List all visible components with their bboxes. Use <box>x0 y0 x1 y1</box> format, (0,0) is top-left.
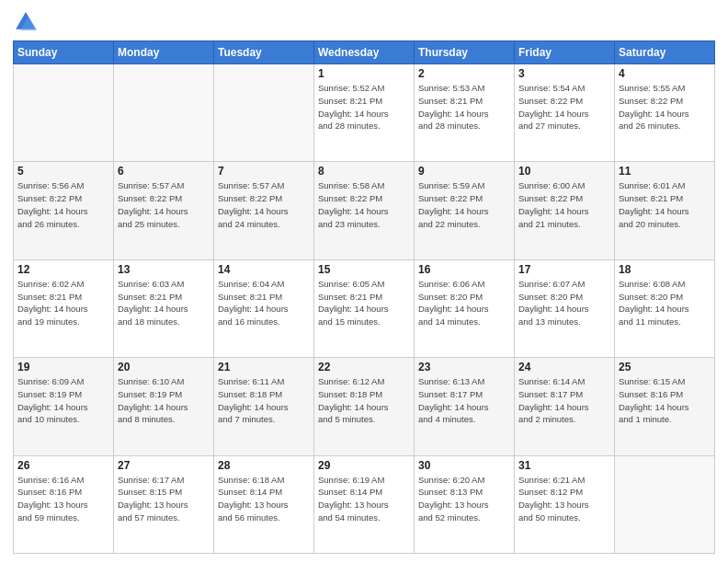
day-number: 25 <box>619 361 711 373</box>
day-number: 28 <box>218 459 310 472</box>
page: SundayMondayTuesdayWednesdayThursdayFrid… <box>0 0 728 563</box>
header <box>13 9 715 35</box>
day-number: 8 <box>318 165 410 178</box>
calendar-table: SundayMondayTuesdayWednesdayThursdayFrid… <box>13 40 715 554</box>
calendar-cell: 21Sunrise: 6:11 AM Sunset: 8:18 PM Dayli… <box>214 358 314 455</box>
day-info: Sunrise: 5:55 AM Sunset: 8:22 PM Dayligh… <box>619 82 711 132</box>
day-info: Sunrise: 6:00 AM Sunset: 8:22 PM Dayligh… <box>518 179 610 230</box>
calendar-cell: 24Sunrise: 6:14 AM Sunset: 8:17 PM Dayli… <box>515 358 615 455</box>
calendar-day-header: Monday <box>114 41 214 64</box>
day-number: 23 <box>418 361 510 373</box>
calendar-cell <box>14 64 114 162</box>
calendar-day-header: Sunday <box>14 41 114 64</box>
day-number: 19 <box>17 361 109 373</box>
day-info: Sunrise: 6:17 AM Sunset: 8:15 PM Dayligh… <box>118 474 210 524</box>
day-number: 30 <box>418 459 510 472</box>
calendar-cell: 5Sunrise: 5:56 AM Sunset: 8:22 PM Daylig… <box>14 162 114 259</box>
calendar-cell: 29Sunrise: 6:19 AM Sunset: 8:14 PM Dayli… <box>314 455 415 553</box>
calendar-cell: 26Sunrise: 6:16 AM Sunset: 8:16 PM Dayli… <box>14 455 114 553</box>
day-number: 18 <box>619 263 711 276</box>
logo <box>13 9 42 35</box>
calendar-cell: 11Sunrise: 6:01 AM Sunset: 8:21 PM Dayli… <box>615 162 715 259</box>
day-number: 20 <box>118 361 210 373</box>
day-info: Sunrise: 6:16 AM Sunset: 8:16 PM Dayligh… <box>17 474 109 524</box>
day-info: Sunrise: 6:20 AM Sunset: 8:13 PM Dayligh… <box>418 474 510 524</box>
day-info: Sunrise: 6:15 AM Sunset: 8:16 PM Dayligh… <box>619 375 711 426</box>
day-info: Sunrise: 6:02 AM Sunset: 8:21 PM Dayligh… <box>17 278 109 328</box>
calendar-cell: 3Sunrise: 5:54 AM Sunset: 8:22 PM Daylig… <box>515 64 615 162</box>
calendar-cell: 30Sunrise: 6:20 AM Sunset: 8:13 PM Dayli… <box>415 455 515 553</box>
calendar-cell: 9Sunrise: 5:59 AM Sunset: 8:22 PM Daylig… <box>415 162 515 259</box>
day-number: 1 <box>318 67 410 80</box>
calendar-cell: 27Sunrise: 6:17 AM Sunset: 8:15 PM Dayli… <box>114 455 214 553</box>
calendar-cell: 28Sunrise: 6:18 AM Sunset: 8:14 PM Dayli… <box>214 455 314 553</box>
calendar-cell: 14Sunrise: 6:04 AM Sunset: 8:21 PM Dayli… <box>214 259 314 357</box>
calendar-cell: 22Sunrise: 6:12 AM Sunset: 8:18 PM Dayli… <box>314 358 415 455</box>
day-info: Sunrise: 6:03 AM Sunset: 8:21 PM Dayligh… <box>118 278 210 328</box>
day-info: Sunrise: 5:53 AM Sunset: 8:21 PM Dayligh… <box>418 82 510 132</box>
day-number: 17 <box>518 263 610 276</box>
calendar-cell: 12Sunrise: 6:02 AM Sunset: 8:21 PM Dayli… <box>14 259 114 357</box>
day-info: Sunrise: 6:13 AM Sunset: 8:17 PM Dayligh… <box>418 375 510 426</box>
calendar-cell: 17Sunrise: 6:07 AM Sunset: 8:20 PM Dayli… <box>515 259 615 357</box>
day-number: 13 <box>118 263 210 276</box>
day-info: Sunrise: 6:14 AM Sunset: 8:17 PM Dayligh… <box>518 375 610 426</box>
calendar-cell <box>114 64 214 162</box>
calendar-cell: 7Sunrise: 5:57 AM Sunset: 8:22 PM Daylig… <box>214 162 314 259</box>
day-number: 10 <box>518 165 610 178</box>
calendar-cell: 2Sunrise: 5:53 AM Sunset: 8:21 PM Daylig… <box>415 64 515 162</box>
day-info: Sunrise: 6:11 AM Sunset: 8:18 PM Dayligh… <box>218 375 310 426</box>
day-number: 12 <box>17 263 109 276</box>
day-number: 7 <box>218 165 310 178</box>
calendar-cell: 13Sunrise: 6:03 AM Sunset: 8:21 PM Dayli… <box>114 259 214 357</box>
day-info: Sunrise: 5:57 AM Sunset: 8:22 PM Dayligh… <box>218 179 310 230</box>
calendar-day-header: Thursday <box>415 41 515 64</box>
calendar-cell <box>214 64 314 162</box>
calendar-cell: 20Sunrise: 6:10 AM Sunset: 8:19 PM Dayli… <box>114 358 214 455</box>
calendar-header-row: SundayMondayTuesdayWednesdayThursdayFrid… <box>14 41 715 64</box>
day-number: 22 <box>318 361 410 373</box>
day-info: Sunrise: 6:05 AM Sunset: 8:21 PM Dayligh… <box>318 278 410 328</box>
day-number: 21 <box>218 361 310 373</box>
calendar-cell: 18Sunrise: 6:08 AM Sunset: 8:20 PM Dayli… <box>615 259 715 357</box>
calendar-cell <box>615 455 715 553</box>
day-info: Sunrise: 6:19 AM Sunset: 8:14 PM Dayligh… <box>318 474 410 524</box>
day-number: 27 <box>118 459 210 472</box>
day-number: 24 <box>518 361 610 373</box>
day-info: Sunrise: 6:04 AM Sunset: 8:21 PM Dayligh… <box>218 278 310 328</box>
day-number: 16 <box>418 263 510 276</box>
day-info: Sunrise: 6:21 AM Sunset: 8:12 PM Dayligh… <box>518 474 610 524</box>
day-info: Sunrise: 6:12 AM Sunset: 8:18 PM Dayligh… <box>318 375 410 426</box>
day-number: 11 <box>619 165 711 178</box>
day-info: Sunrise: 6:01 AM Sunset: 8:21 PM Dayligh… <box>619 179 711 230</box>
calendar-cell: 31Sunrise: 6:21 AM Sunset: 8:12 PM Dayli… <box>515 455 615 553</box>
day-info: Sunrise: 6:10 AM Sunset: 8:19 PM Dayligh… <box>118 375 210 426</box>
calendar-cell: 1Sunrise: 5:52 AM Sunset: 8:21 PM Daylig… <box>314 64 415 162</box>
day-number: 31 <box>518 459 610 472</box>
calendar-cell: 10Sunrise: 6:00 AM Sunset: 8:22 PM Dayli… <box>515 162 615 259</box>
day-info: Sunrise: 6:07 AM Sunset: 8:20 PM Dayligh… <box>518 278 610 328</box>
day-info: Sunrise: 5:56 AM Sunset: 8:22 PM Dayligh… <box>17 179 109 230</box>
day-info: Sunrise: 5:54 AM Sunset: 8:22 PM Dayligh… <box>518 82 610 132</box>
calendar-cell: 19Sunrise: 6:09 AM Sunset: 8:19 PM Dayli… <box>14 358 114 455</box>
day-info: Sunrise: 5:59 AM Sunset: 8:22 PM Dayligh… <box>418 179 510 230</box>
day-info: Sunrise: 6:06 AM Sunset: 8:20 PM Dayligh… <box>418 278 510 328</box>
day-number: 2 <box>418 67 510 80</box>
calendar-day-header: Saturday <box>615 41 715 64</box>
day-number: 5 <box>17 165 109 178</box>
day-info: Sunrise: 5:52 AM Sunset: 8:21 PM Dayligh… <box>318 82 410 132</box>
day-info: Sunrise: 6:09 AM Sunset: 8:19 PM Dayligh… <box>17 375 109 426</box>
day-number: 29 <box>318 459 410 472</box>
day-number: 14 <box>218 263 310 276</box>
calendar-cell: 25Sunrise: 6:15 AM Sunset: 8:16 PM Dayli… <box>615 358 715 455</box>
calendar-cell: 4Sunrise: 5:55 AM Sunset: 8:22 PM Daylig… <box>615 64 715 162</box>
calendar-cell: 15Sunrise: 6:05 AM Sunset: 8:21 PM Dayli… <box>314 259 415 357</box>
day-number: 26 <box>17 459 109 472</box>
logo-icon <box>13 9 39 35</box>
day-number: 3 <box>518 67 610 80</box>
calendar-cell: 6Sunrise: 5:57 AM Sunset: 8:22 PM Daylig… <box>114 162 214 259</box>
day-info: Sunrise: 6:08 AM Sunset: 8:20 PM Dayligh… <box>619 278 711 328</box>
calendar-day-header: Friday <box>515 41 615 64</box>
calendar-cell: 23Sunrise: 6:13 AM Sunset: 8:17 PM Dayli… <box>415 358 515 455</box>
day-number: 9 <box>418 165 510 178</box>
